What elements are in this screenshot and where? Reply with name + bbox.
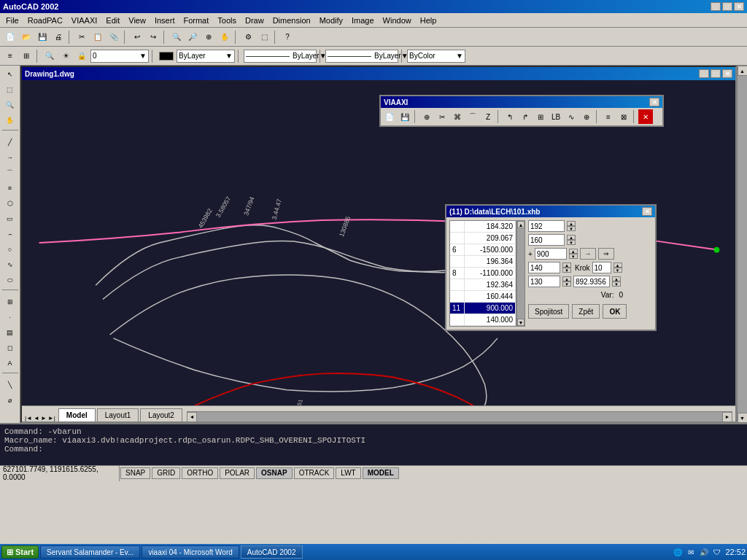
tb-pan[interactable]: ✋ xyxy=(217,30,232,44)
tb-undo[interactable]: ↩ xyxy=(130,30,144,44)
tab-arrow-first[interactable]: |◄ xyxy=(25,415,32,421)
ok-button[interactable]: OK xyxy=(603,304,627,319)
hscroll-right[interactable]: ► xyxy=(722,412,732,422)
taskbar-item-1[interactable]: viaaxi 04 - Microsoft Word xyxy=(142,545,239,559)
command-area[interactable]: Command: -vbarun Macro_name: viaaxi3.dvb… xyxy=(0,423,747,465)
tb-match[interactable]: ⬚ xyxy=(257,30,271,44)
model-button[interactable]: MODEL xyxy=(363,467,399,479)
taskbar-item-0[interactable]: Servant Salamander - Ev... xyxy=(40,545,140,559)
spin-down-6[interactable]: ▼ xyxy=(612,281,621,287)
vt-btn10[interactable]: ⊞ xyxy=(533,109,548,124)
menu-format[interactable]: Format xyxy=(179,15,213,26)
tb-lock-icon[interactable]: 🔒 xyxy=(74,49,89,63)
tab-layout2[interactable]: Layout2 xyxy=(140,408,182,421)
tab-model[interactable]: Model xyxy=(58,408,96,421)
viaaxi-titlebar[interactable]: VIAAXI ✕ xyxy=(381,96,662,108)
maximize-button[interactable]: □ xyxy=(722,2,732,11)
tool-block[interactable]: ⊞ xyxy=(3,295,18,309)
spin-down-5[interactable]: ▼ xyxy=(562,281,571,287)
close-button[interactable]: ✕ xyxy=(734,2,744,11)
hscroll-track[interactable] xyxy=(197,412,722,422)
linetype-dropdown[interactable]: —————— ByLayer ▼ xyxy=(244,50,317,63)
zpet-button[interactable]: Zpět xyxy=(572,304,600,319)
tab-arrow-prev[interactable]: ◄ xyxy=(34,415,39,421)
tb-paste[interactable]: 📎 xyxy=(107,30,121,44)
menu-image[interactable]: Image xyxy=(347,15,379,26)
arrow-double-btn[interactable]: ⇒ xyxy=(598,248,614,260)
vt-btn2[interactable]: 💾 xyxy=(398,109,412,124)
vt-btn5[interactable]: ⌘ xyxy=(450,109,465,124)
vscroll-up[interactable]: ▲ xyxy=(738,66,748,76)
vt-btn4[interactable]: ✂ xyxy=(435,109,449,124)
tool-hatch[interactable]: ▤ xyxy=(3,325,18,340)
vt-btn7[interactable]: Z xyxy=(481,109,495,124)
vt-close-red[interactable]: ✕ xyxy=(638,109,653,124)
tool-pan[interactable]: ✋ xyxy=(3,113,18,128)
drawing-minimize[interactable]: _ xyxy=(699,69,709,78)
menu-tools[interactable]: Tools xyxy=(213,15,241,26)
vscroll-track[interactable] xyxy=(738,76,748,413)
xhb-input-130[interactable] xyxy=(528,276,560,287)
tb-copy[interactable]: 📋 xyxy=(90,30,105,44)
menu-modify[interactable]: Modify xyxy=(315,15,347,26)
vt-btn15[interactable]: ⊠ xyxy=(616,109,631,124)
menu-help[interactable]: Help xyxy=(416,15,441,26)
xhb-input-140[interactable] xyxy=(528,262,560,273)
vt-btn3[interactable]: ⊕ xyxy=(419,109,434,124)
start-button[interactable]: ⊞ Start xyxy=(1,545,39,559)
plot-dropdown[interactable]: ByColor ▼ xyxy=(407,50,465,63)
menu-roadpac[interactable]: RoadPAC xyxy=(23,15,67,26)
xhb-close[interactable]: ✕ xyxy=(642,207,652,216)
vt-btn14[interactable]: ≡ xyxy=(601,109,616,124)
arrow-right-btn[interactable]: → xyxy=(580,248,596,260)
table-row-selected[interactable]: 11 900.000 xyxy=(450,303,516,314)
scroll-track[interactable] xyxy=(517,228,525,319)
vt-btn1[interactable]: 📄 xyxy=(382,109,397,124)
tool-ellipse[interactable]: ⬭ xyxy=(3,273,18,287)
spin-down-3[interactable]: ▼ xyxy=(569,254,578,259)
xhb-input-krok[interactable] xyxy=(592,262,611,273)
vt-btn6[interactable]: ⌒ xyxy=(465,109,480,124)
vt-btn12[interactable]: ∿ xyxy=(564,109,578,124)
tb-zoom-win[interactable]: 🔍 xyxy=(169,30,184,44)
otrack-button[interactable]: OTRACK xyxy=(294,467,335,479)
tool-polygon[interactable]: ⬡ xyxy=(3,196,18,211)
spin-up-1[interactable]: ▲ xyxy=(567,221,576,226)
tool-rect[interactable]: ▭ xyxy=(3,211,18,226)
drawing-canvas[interactable]: 453982 3.58057 347/94 3.44.47 130885 Y xyxy=(22,80,735,405)
polar-button[interactable]: POLAR xyxy=(220,467,255,479)
spin-up-6[interactable]: ▲ xyxy=(612,276,621,281)
tool-circle[interactable]: ○ xyxy=(3,242,18,257)
spin-down-1[interactable]: ▼ xyxy=(567,226,576,231)
scroll-up-btn[interactable]: ▲ xyxy=(517,221,525,228)
xhb-input-192[interactable] xyxy=(528,220,565,232)
tool-pickbox[interactable]: ↖ xyxy=(3,67,18,82)
tb-freeze-icon[interactable]: ☀ xyxy=(58,49,73,63)
menu-view[interactable]: View xyxy=(124,15,150,26)
tb-help[interactable]: ? xyxy=(280,30,295,44)
lwt-button[interactable]: LWT xyxy=(336,467,360,479)
tb-redo[interactable]: ↪ xyxy=(146,30,160,44)
xhb-titlebar[interactable]: (11) D:\data\LECH\101.xhb ✕ xyxy=(446,206,655,217)
lineweight-dropdown[interactable]: —————— ByLayer ▼ xyxy=(325,50,398,63)
tool-modify1[interactable]: ╲ xyxy=(3,378,18,392)
vscroll-down[interactable]: ▼ xyxy=(738,413,748,423)
vt-btn13[interactable]: ⊕ xyxy=(579,109,594,124)
spin-down-4[interactable]: ▼ xyxy=(562,268,571,273)
tb-layer-icon[interactable]: 🔍 xyxy=(42,49,57,63)
drawing-maximize[interactable]: □ xyxy=(711,69,721,78)
tab-layout1[interactable]: Layout1 xyxy=(97,408,139,421)
menu-file[interactable]: File xyxy=(1,15,23,26)
menu-window[interactable]: Window xyxy=(379,15,416,26)
tool-pline[interactable]: ⌒ xyxy=(3,166,18,180)
tb-zoom-ext[interactable]: ⊕ xyxy=(201,30,216,44)
tool-modify2[interactable]: ⌀ xyxy=(3,393,18,408)
spin-up-2[interactable]: ▲ xyxy=(567,235,576,240)
tb-new[interactable]: 📄 xyxy=(3,30,18,44)
hscroll-left[interactable]: ◄ xyxy=(187,412,197,422)
snap-button[interactable]: SNAP xyxy=(120,467,150,479)
minimize-button[interactable]: _ xyxy=(711,2,721,11)
tb-print[interactable]: 🖨 xyxy=(51,30,66,44)
tb-zoom-prev[interactable]: 🔎 xyxy=(185,30,200,44)
spin-down-krok[interactable]: ▼ xyxy=(614,268,622,273)
